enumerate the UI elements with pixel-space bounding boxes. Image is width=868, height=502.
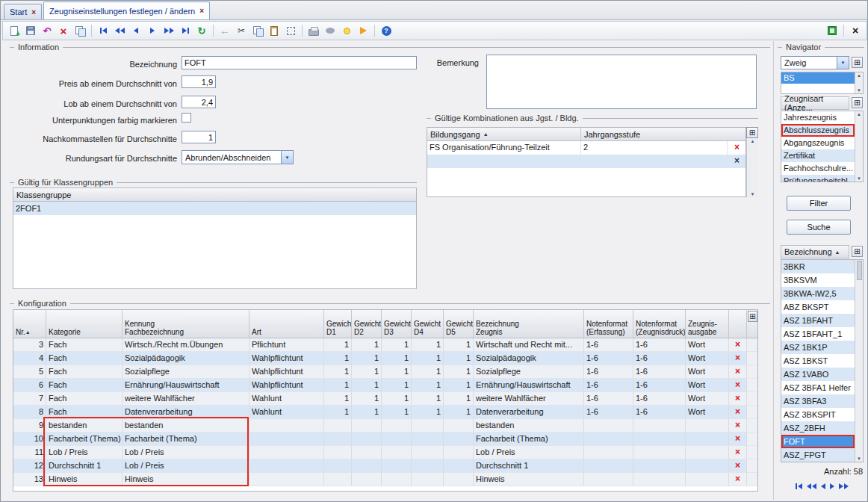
delete-row-icon[interactable]: ×: [729, 379, 747, 392]
column-picker-icon[interactable]: ⊞: [748, 311, 757, 322]
cell-kennung[interactable]: Wirtsch./Recht m.Übungen: [123, 338, 249, 352]
cell-gewicht-d3[interactable]: 1: [382, 392, 412, 406]
bezeichnung-list-item[interactable]: ASZ 1VABO: [781, 368, 855, 381]
cell-gewicht-d5[interactable]: [444, 446, 474, 459]
cell-nr[interactable]: 9: [13, 419, 46, 433]
bezeichnung-input[interactable]: [182, 56, 417, 69]
cell-gewicht-d1[interactable]: 1: [324, 379, 352, 392]
print-button[interactable]: [306, 23, 321, 38]
cell-gewicht-d2[interactable]: [352, 419, 382, 433]
nav-first-button[interactable]: [796, 481, 802, 492]
cell-bezeichnung-zeugnis[interactable]: Sozialpflege: [474, 365, 584, 379]
nav-next-page-button[interactable]: [839, 481, 849, 492]
cell-gewicht-d4[interactable]: 1: [412, 352, 444, 365]
refresh-button[interactable]: ↻: [194, 23, 209, 38]
column-picker-icon[interactable]: ⊞: [852, 246, 863, 257]
copy-button[interactable]: [250, 23, 265, 38]
cell-bezeichnung-zeugnis[interactable]: weitere Wahlfächer: [474, 392, 584, 406]
config-table-row[interactable]: 9 bestanden bestanden bestanden ×: [13, 419, 757, 433]
cell-art[interactable]: [249, 419, 324, 433]
cell-gewicht-d1[interactable]: [324, 446, 352, 459]
cell-gewicht-d1[interactable]: [324, 419, 352, 433]
cell-jahrgangsstufe[interactable]: [581, 155, 728, 168]
cell-gewicht-d2[interactable]: 1: [352, 379, 382, 392]
cell-gewicht-d4[interactable]: 1: [412, 338, 444, 352]
cell-nr[interactable]: 7: [13, 392, 46, 406]
column-header-gewicht-d4[interactable]: Gewicht D4: [412, 310, 444, 338]
column-header-gewicht-d2[interactable]: Gewicht D2: [352, 310, 382, 338]
cell-notenformat-zeugnisdruck[interactable]: 1-6: [633, 352, 686, 365]
config-table-row[interactable]: 3 Fach Wirtsch./Recht m.Übungen Pflichtu…: [13, 338, 757, 352]
cell-gewicht-d4[interactable]: [412, 473, 444, 486]
cell-zeugnisausgabe[interactable]: [686, 419, 729, 433]
nav-next-button[interactable]: [830, 481, 834, 492]
help-button[interactable]: ?: [379, 23, 394, 38]
cell-gewicht-d4[interactable]: 1: [412, 365, 444, 379]
bezeichnung-list-item[interactable]: ASZ 1BK1P: [781, 341, 855, 354]
bezeichnung-list-item[interactable]: 3BKWA-IW2,5: [781, 287, 855, 300]
nav-fast-prev-button[interactable]: [112, 23, 127, 38]
cut-button[interactable]: ✂: [234, 23, 249, 38]
cell-gewicht-d4[interactable]: [412, 446, 444, 459]
cell-gewicht-d3[interactable]: 1: [382, 338, 412, 352]
cell-gewicht-d1[interactable]: 1: [324, 392, 352, 406]
cell-gewicht-d3[interactable]: 1: [382, 406, 412, 419]
cell-gewicht-d5[interactable]: [444, 473, 474, 486]
cell-zeugnisausgabe[interactable]: Wort: [686, 365, 729, 379]
filter-button[interactable]: Filter: [787, 196, 851, 211]
column-header-bezeichnung-zeugnis[interactable]: Bezeichnung Zeugnis: [474, 310, 584, 338]
column-header-notenformat-zeugnisdruck[interactable]: Notenformat (Zeugnisdruck): [633, 310, 686, 338]
cell-zeugnisausgabe[interactable]: Wort: [686, 392, 729, 406]
cell-notenformat-erfassung[interactable]: 1-6: [584, 379, 633, 392]
scroll-down-icon[interactable]: ▼: [857, 456, 861, 461]
cell-notenformat-zeugnisdruck[interactable]: 1-6: [633, 406, 686, 419]
cell-gewicht-d4[interactable]: 1: [412, 406, 444, 419]
tab-start[interactable]: Start ×: [4, 4, 42, 19]
cell-gewicht-d4[interactable]: 1: [412, 379, 444, 392]
delete-row-icon[interactable]: ×: [729, 459, 747, 473]
cell-jahrgangsstufe[interactable]: 2: [581, 141, 728, 155]
cell-notenformat-erfassung[interactable]: 1-6: [584, 406, 633, 419]
cell-notenformat-erfassung[interactable]: [584, 446, 633, 459]
bezeichnung-list-item[interactable]: 3BKSVM: [781, 273, 855, 287]
cell-bezeichnung-zeugnis[interactable]: Sozialpädagogik: [474, 352, 584, 365]
config-table-row[interactable]: 7 Fach weitere Wahlfächer Wahlunt 1 1 1 …: [13, 392, 757, 406]
cell-kennung[interactable]: Lob / Preis: [123, 459, 249, 473]
cell-bildungsgang[interactable]: FS Organisation/Führung-Teilzeit: [427, 141, 581, 155]
nav-fast-next-button[interactable]: [161, 23, 176, 38]
nav-prev-button[interactable]: [821, 481, 825, 492]
scroll-up-icon[interactable]: ▲: [751, 139, 755, 143]
cell-nr[interactable]: 3: [13, 338, 46, 352]
cell-bezeichnung-zeugnis[interactable]: Datenverarbeitung: [474, 406, 584, 419]
config-table-row[interactable]: 12 Durchschnitt 1 Lob / Preis Durchschni…: [13, 459, 757, 473]
bezeichnung-list-item[interactable]: ABZ BKSPT: [781, 300, 855, 314]
cell-zeugnisausgabe[interactable]: [686, 433, 729, 446]
cell-kategorie[interactable]: Fach: [46, 365, 123, 379]
config-table-row[interactable]: 4 Fach Sozialpädagogik Wahlpflichtunt 1 …: [13, 352, 757, 365]
cell-kennung[interactable]: Hinweis: [123, 473, 249, 486]
cell-gewicht-d3[interactable]: [382, 419, 412, 433]
cell-art[interactable]: Wahlpflichtunt: [249, 352, 324, 365]
column-header-art[interactable]: Art: [249, 310, 324, 338]
scroll-down-icon[interactable]: ▼: [857, 176, 861, 181]
nav-next-button[interactable]: [145, 23, 160, 38]
save-button[interactable]: [23, 23, 38, 38]
delete-row-icon[interactable]: ×: [729, 352, 747, 365]
cell-nr[interactable]: 11: [13, 446, 46, 459]
cell-gewicht-d4[interactable]: [412, 433, 444, 446]
comment-button[interactable]: [323, 23, 338, 38]
cell-gewicht-d2[interactable]: [352, 459, 382, 473]
delete-row-icon[interactable]: ×: [729, 433, 747, 446]
cell-gewicht-d1[interactable]: [324, 459, 352, 473]
cell-gewicht-d5[interactable]: [444, 419, 474, 433]
column-header-notenformat-erfassung[interactable]: Notenformat (Erfassung): [584, 310, 633, 338]
cell-bezeichnung-zeugnis[interactable]: Lob / Preis: [474, 446, 584, 459]
cell-zeugnisausgabe[interactable]: Wort: [686, 406, 729, 419]
cell-notenformat-erfassung[interactable]: 1-6: [584, 338, 633, 352]
scroll-down-icon[interactable]: ▼: [857, 88, 861, 93]
delete-button[interactable]: ×: [56, 23, 71, 38]
cell-notenformat-erfassung[interactable]: [584, 433, 633, 446]
delete-row-icon[interactable]: ×: [729, 473, 747, 486]
hint-button[interactable]: [339, 23, 354, 38]
delete-row-icon[interactable]: ×: [729, 365, 747, 379]
